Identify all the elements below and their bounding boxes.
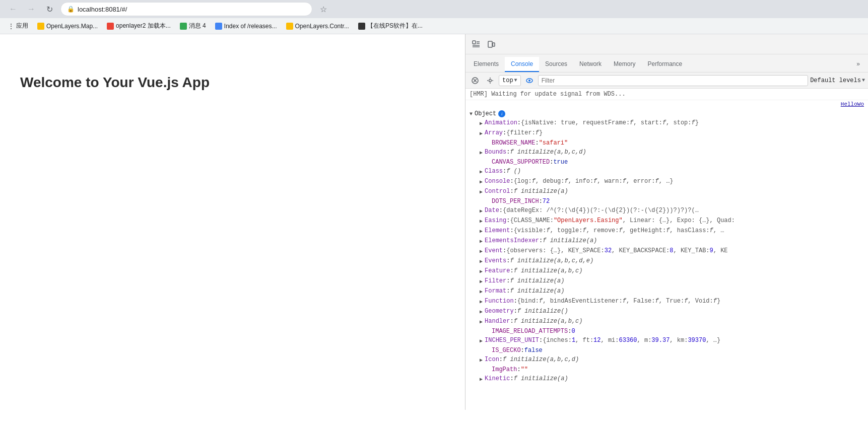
triangle-right-icon[interactable]: ▶ [480, 318, 483, 326]
obj-entry-handler: ▶ Handler : f initialize(a,b,c) [480, 317, 864, 327]
entry-key: Bounds [485, 148, 506, 156]
favicon-icon [180, 23, 187, 30]
tab-performance[interactable]: Performance [641, 57, 688, 72]
entry-key: Array [485, 129, 503, 137]
obj-entry-function: ▶ Function : {bind: f, bindAsEventListen… [480, 297, 864, 307]
url-text: localhost:8081/#/ [78, 6, 127, 13]
triangle-right-icon[interactable]: ▶ [480, 248, 483, 256]
bookmark-ps-software[interactable]: 【在线PS软件】在... [354, 20, 427, 32]
triangle-right-icon[interactable]: ▶ [480, 207, 483, 216]
main-area: Welcome to Your Vue.js App Elements Cons… [0, 34, 868, 410]
bookmark-label: OpenLayers.Map... [46, 23, 98, 30]
bookmark-messages[interactable]: 消息 4 [176, 20, 210, 32]
entry-key: Easing [485, 217, 506, 225]
bookmark-openlayers-map[interactable]: OpenLayers.Map... [33, 20, 102, 32]
favicon-icon [107, 23, 114, 30]
entry-key: BROWSER_NAME [492, 139, 535, 147]
obj-entry-events: ▶ Events : f initialize(a,b,c,d,e) [480, 256, 864, 266]
entry-key: Function [485, 297, 514, 305]
triangle-right-icon[interactable]: ▶ [480, 298, 483, 306]
tab-network[interactable]: Network [573, 57, 608, 72]
triangle-right-icon[interactable]: ▶ [480, 278, 483, 286]
obj-entry-inches-per-unit: ▶ INCHES_PER_UNIT : {inches: 1, ft: 12, … [480, 336, 864, 346]
tab-memory[interactable]: Memory [608, 57, 641, 72]
entry-key: Geometry [485, 307, 514, 315]
hmr-message: [HMR] Waiting for update signal from WDS… [465, 89, 868, 100]
entry-val2: , start: [633, 119, 662, 127]
source-ref-line: HelloWo [465, 100, 868, 108]
obj-entry-kinetic: ▶ Kinetic : f initialize(a) [480, 374, 864, 384]
filter-input[interactable] [538, 75, 809, 86]
bookmark-index-releases[interactable]: Index of /releases... [211, 20, 281, 32]
bookmark-label: 消息 4 [189, 22, 206, 30]
console-toolbar: top ▼ Default levels ▼ [465, 73, 868, 89]
entry-key: Kinetic [485, 375, 510, 383]
triangle-right-icon[interactable]: ▶ [480, 238, 483, 246]
triangle-right-icon[interactable]: ▶ [480, 218, 483, 226]
object-tree: ▼ Object i ▶ Animation : {isNative: true… [465, 108, 868, 385]
refresh-button[interactable]: ↻ [42, 2, 56, 16]
page-content: Welcome to Your Vue.js App [0, 34, 465, 410]
entry-key: Control [485, 187, 510, 195]
triangle-right-icon[interactable]: ▶ [480, 288, 483, 296]
triangle-right-icon[interactable]: ▶ [480, 376, 483, 384]
tab-elements[interactable]: Elements [468, 57, 505, 72]
triangle-right-icon[interactable]: ▶ [480, 308, 483, 316]
star-button[interactable]: ☆ [316, 2, 330, 16]
inspect-element-button[interactable] [470, 38, 483, 51]
obj-entry-icon: ▶ Icon : f initialize(a,b,c,d) [480, 355, 864, 365]
triangle-right-icon[interactable]: ▶ [480, 130, 483, 138]
svg-rect-5 [488, 41, 492, 47]
eye-button[interactable] [523, 74, 536, 87]
source-ref-link[interactable]: HelloWo [841, 101, 864, 107]
context-selector[interactable]: top ▼ [499, 75, 521, 86]
triangle-right-icon[interactable]: ▶ [480, 228, 483, 236]
entry-key: ElementsIndexer [485, 237, 539, 245]
triangle-right-icon[interactable]: ▶ [480, 168, 483, 176]
console-output: [HMR] Waiting for update signal from WDS… [465, 89, 868, 410]
bookmark-label: 应用 [16, 22, 28, 30]
default-levels-dropdown[interactable]: Default levels ▼ [810, 77, 865, 84]
entry-key: DOTS_PER_INCH [492, 197, 539, 205]
triangle-right-icon[interactable]: ▶ [480, 337, 483, 345]
bookmark-openlayers-contr[interactable]: OpenLayers.Contr... [282, 20, 353, 32]
obj-entry-canvas-supported: CANVAS_SUPPORTED : true [480, 158, 864, 167]
triangle-right-icon[interactable]: ▶ [480, 268, 483, 276]
tab-sources[interactable]: Sources [539, 57, 573, 72]
object-entries: ▶ Animation : {isNative: true, requestFr… [470, 118, 864, 384]
triangle-right-icon[interactable]: ▶ [480, 258, 483, 266]
context-value: top [502, 77, 513, 84]
object-root-toggle[interactable]: ▼ Object i [470, 109, 864, 118]
entry-key: Element [485, 227, 510, 235]
bookmark-apps[interactable]: ⋮ 应用 [4, 20, 32, 32]
triangle-right-icon[interactable]: ▶ [480, 178, 483, 186]
tab-console[interactable]: Console [505, 57, 539, 72]
entry-key: Feature [485, 267, 510, 275]
settings-button[interactable] [484, 74, 497, 87]
device-toolbar-button[interactable] [485, 38, 498, 51]
obj-entry-animation: ▶ Animation : {isNative: true, requestFr… [480, 118, 864, 128]
entry-key: IS_GECKO [492, 346, 521, 354]
entry-val-f: f [630, 119, 633, 127]
bookmark-openlayer2[interactable]: openlayer2 加载本... [103, 20, 175, 32]
obj-entry-imgpath: ImgPath : "" [480, 365, 864, 374]
address-bar[interactable]: 🔒 localhost:8081/#/ [60, 2, 312, 16]
default-levels-arrow: ▼ [862, 78, 865, 83]
triangle-right-icon[interactable]: ▶ [480, 120, 483, 128]
triangle-right-icon[interactable]: ▶ [480, 149, 483, 157]
forward-button[interactable]: → [24, 2, 38, 16]
triangle-down-icon: ▼ [470, 111, 473, 117]
entry-key: Filter [485, 277, 506, 285]
favicon-icon [37, 23, 44, 30]
obj-entry-array: ▶ Array : {filter: f} [480, 128, 864, 138]
tab-more-button[interactable]: » [850, 57, 866, 72]
svg-rect-6 [493, 43, 495, 46]
context-dropdown-arrow: ▼ [514, 78, 517, 83]
triangle-right-icon[interactable]: ▶ [480, 356, 483, 365]
entry-key: Date [485, 206, 499, 214]
triangle-right-icon[interactable]: ▶ [480, 188, 483, 196]
clear-console-button[interactable] [469, 74, 482, 87]
svg-point-16 [528, 80, 530, 82]
back-button[interactable]: ← [6, 2, 20, 16]
obj-entry-date: ▶ Date : {dateRegEx: /^(?:(\d{4})(?:-(\d… [480, 206, 864, 216]
